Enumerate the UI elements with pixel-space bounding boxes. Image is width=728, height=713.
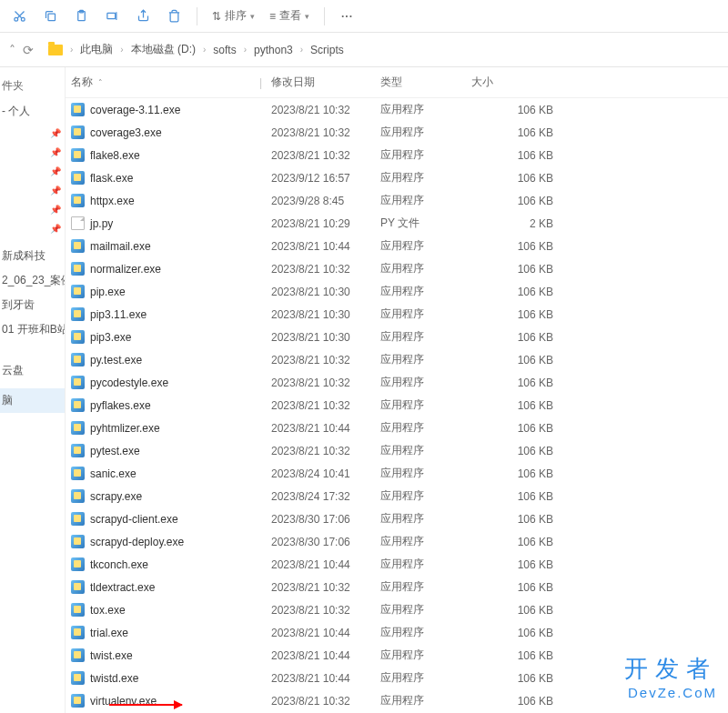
file-icon	[71, 467, 85, 480]
sort-asc-icon: ˄	[98, 78, 103, 87]
file-size: 106 KB	[471, 399, 581, 412]
file-date: 2023/8/21 10:32	[271, 149, 380, 162]
crumb-pc[interactable]: 此电脑	[80, 42, 113, 57]
view-dropdown[interactable]: ≡ 查看 ▾	[264, 5, 315, 27]
sidebar-pinned-item[interactable]: 📌	[0, 200, 65, 219]
sidebar-item[interactable]: 到牙齿	[0, 293, 65, 317]
file-row[interactable]: scrapy.exe2023/8/24 17:32应用程序106 KB	[66, 485, 728, 507]
file-date: 2023/8/21 10:30	[271, 331, 380, 344]
col-date[interactable]: 修改日期	[271, 75, 380, 90]
sidebar-pinned-item[interactable]: 📌	[0, 143, 65, 162]
file-row[interactable]: pycodestyle.exe2023/8/21 10:32应用程序106 KB	[66, 371, 728, 394]
crumb-python3[interactable]: python3	[254, 44, 293, 56]
file-size: 106 KB	[471, 558, 581, 571]
crumb-scripts[interactable]: Scripts	[310, 44, 344, 56]
sidebar-pinned-item[interactable]: 📌	[0, 124, 65, 143]
file-size: 106 KB	[471, 195, 581, 207]
toolbar: ⇅ 排序 ▾ ≡ 查看 ▾ ···	[0, 0, 728, 33]
col-type[interactable]: 类型	[380, 75, 471, 90]
file-name: twist.exe	[90, 649, 133, 662]
file-row[interactable]: pyhtmlizer.exe2023/8/21 10:44应用程序106 KB	[66, 417, 728, 439]
file-size: 106 KB	[471, 286, 581, 298]
file-row[interactable]: sanic.exe2023/8/24 10:41应用程序106 KB	[66, 462, 728, 485]
file-row[interactable]: tox.exe2023/8/21 10:32应用程序106 KB	[66, 598, 728, 621]
sidebar-quick-user[interactable]: - 个人	[0, 99, 65, 124]
file-size: 2 KB	[471, 217, 581, 230]
file-type: 应用程序	[380, 170, 471, 186]
file-icon	[71, 671, 85, 685]
file-type: 应用程序	[380, 625, 471, 640]
file-row[interactable]: pip3.11.exe2023/8/21 10:30应用程序106 KB	[66, 303, 728, 326]
up-button[interactable]: ˄	[9, 43, 15, 57]
sidebar-item[interactable]: 01 开班和B站	[0, 317, 65, 342]
sort-dropdown[interactable]: ⇅ 排序 ▾	[207, 5, 260, 27]
file-row[interactable]: pytest.exe2023/8/21 10:32应用程序106 KB	[66, 439, 728, 462]
file-date: 2023/8/24 17:32	[271, 490, 380, 503]
file-row[interactable]: httpx.exe2023/9/28 8:45应用程序106 KB	[66, 189, 728, 212]
rename-button[interactable]	[98, 3, 126, 30]
file-row[interactable]: tldextract.exe2023/8/21 10:32应用程序106 KB	[66, 576, 728, 598]
file-row[interactable]: mailmail.exe2023/8/21 10:44应用程序106 KB	[66, 235, 728, 257]
col-size[interactable]: 大小	[471, 75, 581, 90]
file-icon	[71, 262, 85, 276]
file-icon	[71, 148, 85, 162]
share-button[interactable]	[129, 3, 157, 30]
file-icon	[71, 353, 85, 367]
file-icon	[71, 603, 85, 617]
pin-icon: 📌	[50, 205, 61, 215]
sidebar-pinned-item[interactable]: 📌	[0, 181, 65, 200]
file-row[interactable]: coverage3.exe2023/8/21 10:32应用程序106 KB	[66, 121, 728, 144]
file-row[interactable]: normalizer.exe2023/8/21 10:32应用程序106 KB	[66, 257, 728, 280]
refresh-button[interactable]: ⟳	[23, 43, 34, 57]
file-icon	[71, 239, 85, 253]
file-row[interactable]: py.test.exe2023/8/21 10:32应用程序106 KB	[66, 348, 728, 371]
file-icon	[71, 535, 85, 548]
file-row[interactable]: pip3.exe2023/8/21 10:30应用程序106 KB	[66, 326, 728, 348]
sidebar-item[interactable]: 2_06_23_案例	[0, 268, 65, 293]
sidebar-item[interactable]: 新成科技	[0, 244, 65, 268]
delete-button[interactable]	[160, 3, 187, 30]
file-date: 2023/8/30 17:06	[271, 536, 380, 548]
more-button[interactable]: ···	[334, 10, 360, 23]
crumb-softs[interactable]: softs	[213, 44, 236, 56]
file-icon	[71, 444, 85, 457]
file-icon	[71, 216, 85, 230]
annotation-arrow	[109, 704, 182, 706]
file-name: trial.exe	[90, 627, 128, 639]
file-date: 2023/8/21 10:44	[271, 627, 380, 639]
watermark-line2: DevZe.CoM	[624, 685, 717, 700]
file-row[interactable]: trial.exe2023/8/21 10:44应用程序106 KB	[66, 621, 728, 644]
file-name: py.test.exe	[90, 354, 142, 367]
file-name: coverage3.exe	[90, 126, 162, 139]
file-type: 应用程序	[380, 147, 471, 163]
cut-button[interactable]	[5, 3, 33, 30]
file-row[interactable]: pyflakes.exe2023/8/21 10:32应用程序106 KB	[66, 394, 728, 417]
file-row[interactable]: pip.exe2023/8/21 10:30应用程序106 KB	[66, 280, 728, 303]
file-icon	[71, 103, 85, 116]
file-row[interactable]: flask.exe2023/9/12 16:57应用程序106 KB	[66, 166, 728, 189]
sidebar-pinned-item[interactable]: 📌	[0, 162, 65, 181]
file-name: tkconch.exe	[90, 558, 148, 571]
file-row[interactable]: tkconch.exe2023/8/21 10:44应用程序106 KB	[66, 553, 728, 576]
file-size: 106 KB	[471, 104, 581, 116]
file-name: pyhtmlizer.exe	[90, 422, 160, 435]
pin-icon: 📌	[50, 147, 61, 157]
paste-button[interactable]	[67, 3, 95, 30]
copy-button[interactable]	[36, 3, 64, 30]
file-row[interactable]: scrapyd-deploy.exe2023/8/30 17:06应用程序106…	[66, 530, 728, 553]
col-name[interactable]: 名称˄|	[71, 75, 271, 90]
crumb-drive[interactable]: 本地磁盘 (D:)	[131, 42, 196, 57]
sidebar-pinned-item[interactable]: 📌	[0, 219, 65, 238]
file-name: tldextract.exe	[90, 581, 155, 594]
sidebar-item-pc[interactable]: 脑	[0, 388, 65, 413]
breadcrumb[interactable]: › 此电脑 › 本地磁盘 (D:) › softs › python3 › Sc…	[43, 42, 344, 57]
file-row[interactable]: flake8.exe2023/8/21 10:32应用程序106 KB	[66, 144, 728, 166]
sidebar: 件夹 - 个人 📌 📌 📌 📌 📌 📌 新成科技 2_06_23_案例 到牙齿 …	[0, 67, 66, 713]
file-type: 应用程序	[380, 125, 471, 140]
file-row[interactable]: coverage-3.11.exe2023/8/21 10:32应用程序106 …	[66, 98, 728, 121]
file-row[interactable]: scrapyd-client.exe2023/8/30 17:06应用程序106…	[66, 507, 728, 530]
file-size: 106 KB	[471, 126, 581, 139]
sidebar-item-cloud[interactable]: 云盘	[0, 358, 65, 383]
file-row[interactable]: jp.py2023/8/21 10:29PY 文件2 KB	[66, 212, 728, 235]
file-date: 2023/8/21 10:32	[271, 581, 380, 594]
